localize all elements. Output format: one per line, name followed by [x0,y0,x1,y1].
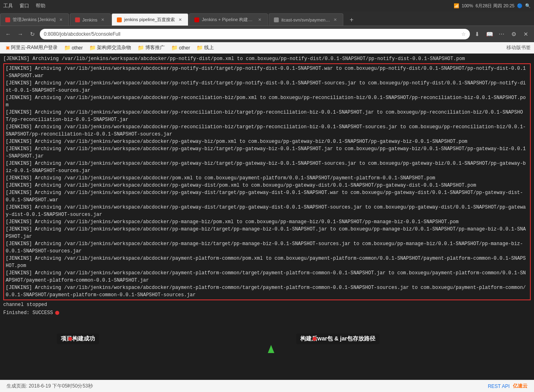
console-line-12: [JENKINS] Archiving /var/lib/jenkins/wor… [6,204,528,218]
tab-jenkins-manage-label: 管理Jenkins [Jenkins] [13,17,56,23]
tab-itcast-favicon [274,17,279,22]
tab-bar: 管理Jenkins [Jenkins] ✕ Jenkins ✕ jenkins … [0,11,534,26]
console-line-9: [JENKINS] Archiving /var/lib/jenkins/wor… [6,174,528,182]
browser-chrome: 管理Jenkins [Jenkins] ✕ Jenkins ✕ jenkins … [0,11,534,54]
tab-jenkins-manage-close[interactable]: ✕ [58,17,64,23]
bookmark-architecture[interactable]: 📁 架构师交流杂物 [87,43,134,52]
system-tray: 📶 100% 6月28日 周四 20:25 🔵 🔍 [454,3,531,9]
bookmark-aliyun-label: 阿里云-RAM用户登录 [11,44,58,51]
forward-button[interactable]: → [15,29,25,39]
bookmark-button[interactable]: 📖 [484,29,494,39]
rest-api-link[interactable]: REST API [488,383,510,389]
bookmark-architecture-label: 架构师交流杂物 [97,44,131,51]
finished-success-row: Finished: SUCCESS [3,309,531,317]
console-line-8: [JENKINS] Archiving /var/lib/jenkins/wor… [6,160,528,174]
bookmarks-right[interactable]: 移动版书签 [506,44,531,51]
console-line-18: [JENKINS] Archiving /var/lib/jenkins/wor… [6,284,528,299]
tab-pipeline-search-label: jenkins pipeline_百度搜索 [124,17,175,23]
wifi-icon: 📶 [454,3,459,9]
console-line-5: [JENKINS] Archiving /var/lib/jenkins/wor… [6,123,528,138]
close-window-button[interactable]: ✕ [521,29,531,39]
console-line-13: [JENKINS] Archiving /var/lib/jenkins/wor… [6,218,528,226]
mobile-bookmarks-label: 移动版书签 [506,45,531,50]
folder-icon-3: 📁 [138,45,144,51]
tab-pipeline-search-close[interactable]: ✕ [177,17,183,23]
console-line-10: [JENKINS] Archiving /var/lib/jenkins/wor… [6,182,528,189]
download-button[interactable]: ⬇ [472,29,482,39]
address-icons: ☆ [461,31,466,37]
menu-window[interactable]: 窗口 [19,2,29,9]
folder-icon-1: 📁 [64,45,71,51]
generated-text: 生成页面: 2018-6-19 下午05时50分53秒 [6,383,93,390]
console-line-2: [JENKINS] Archiving /var/lib/jenkins/wor… [6,80,528,94]
bookmarks-bar: ▣ 阿里云-RAM用户登录 📁 other 📁 架构师交流杂物 📁 博客推广 📁… [0,42,534,54]
channel-stopped-line: channel stopped [3,301,531,308]
tab-pipeline-search-favicon [117,17,122,22]
console-line-11: [JENKINS] Archiving /var/lib/jenkins/wor… [6,189,528,204]
console-line-6: [JENKINS] Archiving /var/lib/jenkins/wor… [6,138,528,145]
tab-jenkins[interactable]: Jenkins ✕ [70,13,111,26]
tab-pipeline-build-label: Jenkins + Pipeline 构建流水线... [202,17,254,23]
clock: 6月28日 周四 20:25 [476,3,515,9]
more-button[interactable]: ⋯ [497,29,506,39]
bookmark-blog-label: 博客推广 [145,44,165,51]
title-bar: 工具 窗口 帮助 📶 100% 6月28日 周四 20:25 🔵 🔍 [0,0,534,11]
folder-icon-5: 📁 [196,45,203,51]
bookmark-online-label: 线上 [204,44,214,51]
console-line-15: [JENKINS] Archiving /var/lib/jenkins/wor… [6,240,528,255]
console-line-4: [JENKINS] Archiving /var/lib/jenkins/wor… [6,109,528,123]
finished-success-label: Finished: SUCCESS [3,309,53,317]
menu-help[interactable]: 帮助 [36,2,45,9]
console-line-16: [JENKINS] Archiving /var/lib/jenkins/wor… [6,255,528,269]
bookmark-aliyun[interactable]: ▣ 阿里云-RAM用户登录 [3,43,60,52]
pre-console-line: [JENKINS] Archiving /var/lib/jenkins/wor… [3,55,531,62]
address-text: 0:8080/job/abcdocker/5/consoleFull [44,31,459,37]
bookmark-other1-label: other [72,45,83,51]
tab-jenkins-label: Jenkins [82,17,97,22]
tab-pipeline-build-favicon [194,17,199,22]
main-content: [JENKINS] Archiving /var/lib/jenkins/wor… [0,54,534,380]
menu-tools[interactable]: 工具 [3,2,13,9]
tab-jenkins-close[interactable]: ✕ [100,17,106,23]
search-icon[interactable]: 🔍 [525,3,531,9]
bookmark-other2[interactable]: 📁 other [169,44,192,52]
battery-icon: 100% [462,3,473,8]
bookmark-online[interactable]: 📁 线上 [194,43,216,52]
tab-itcast-label: itcast-svn/svn/payment-platform/c... [281,17,330,22]
bookmark-star-icon[interactable]: ☆ [461,31,466,37]
refresh-button[interactable]: ↻ [28,29,37,39]
address-bar-row: ← → ↻ 0:8080/job/abcdocker/5/consoleFull… [0,26,534,42]
console-line-17: [JENKINS] Archiving /var/lib/jenkins/wor… [6,269,528,284]
bluetooth-icon: 🔵 [517,3,523,9]
settings-button[interactable]: ⚙ [509,29,519,39]
tab-pipeline-build[interactable]: Jenkins + Pipeline 构建流水线... ✕ [189,13,268,26]
tab-jenkins-manage[interactable]: 管理Jenkins [Jenkins] ✕ [0,13,69,26]
bookmark-blog[interactable]: 📁 博客推广 [135,43,167,52]
console-line-7: [JENKINS] Archiving /var/lib/jenkins/wor… [6,145,528,160]
tab-itcast-close[interactable]: ✕ [332,17,338,23]
console-line-1: [JENKINS] Archiving /var/lib/jenkins/wor… [6,65,528,80]
folder-icon-4: 📁 [171,45,178,51]
success-dot [55,311,59,315]
back-button[interactable]: ← [3,29,13,39]
console-output[interactable]: [JENKINS] Archiving /var/lib/jenkins/wor… [0,54,534,380]
console-line-14: [JENKINS] Archiving /var/lib/jenkins/wor… [6,226,528,240]
address-box[interactable]: 0:8080/job/abcdocker/5/consoleFull ☆ [40,29,470,39]
tab-pipeline-build-close[interactable]: ✕ [257,17,263,23]
red-border-section: [JENKINS] Archiving /var/lib/jenkins/wor… [3,63,531,300]
tab-jenkins-favicon [75,17,80,22]
bookmark-other1[interactable]: 📁 other [62,44,85,52]
aliyun-icon: ▣ [6,45,10,50]
tab-pipeline-search[interactable]: jenkins pipeline_百度搜索 ✕ [112,13,188,26]
menu-bar[interactable]: 工具 窗口 帮助 [3,2,45,9]
status-bar: 生成页面: 2018-6-19 下午05时50分53秒 REST API 亿速云 [0,380,534,392]
tab-add-button[interactable]: + [346,14,357,26]
console-line-3: [JENKINS] Archiving /var/lib/jenkins/wor… [6,94,528,109]
brand-logo: 亿速云 [513,383,528,390]
bookmark-other2-label: other [179,45,190,51]
tab-itcast[interactable]: itcast-svn/svn/payment-platform/c... ✕ [269,13,343,26]
tab-jenkins-manage-favicon [5,17,10,22]
folder-icon-2: 📁 [89,45,96,51]
